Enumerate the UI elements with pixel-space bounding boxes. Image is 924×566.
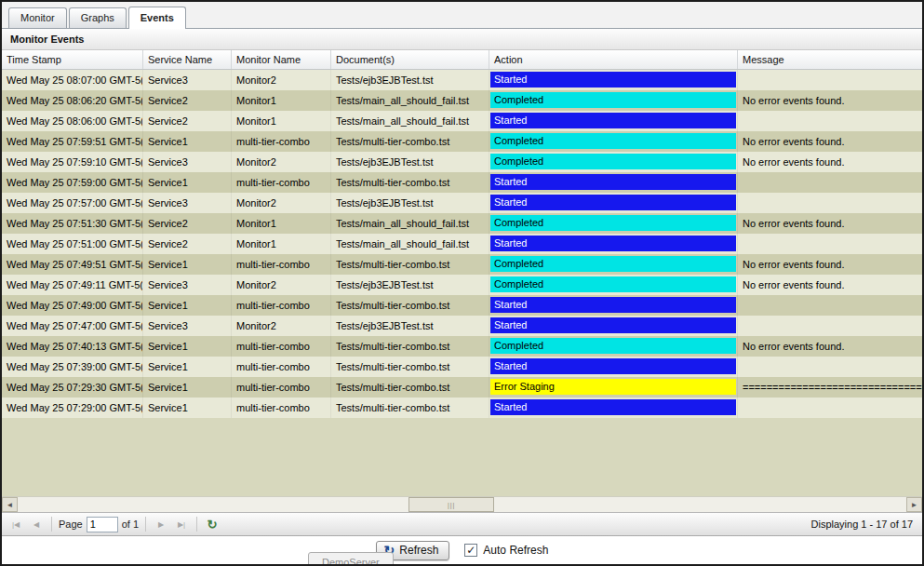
- cell-document: Tests/multi-tier-combo.tst: [331, 336, 489, 357]
- panel-title: Monitor Events: [2, 29, 922, 50]
- table-row[interactable]: Wed May 25 07:49:00 GMT-5(Service1multi-…: [2, 295, 922, 316]
- cell-time: Wed May 25 08:06:00 GMT-5(: [2, 111, 143, 131]
- cell-time: Wed May 25 07:39:00 GMT-5(: [2, 357, 143, 377]
- cell-service: Service1: [143, 336, 232, 357]
- cell-document: Tests/ejb3EJBTest.tst: [331, 316, 489, 336]
- cell-time: Wed May 25 07:40:13 GMT-5(: [2, 336, 143, 357]
- table-row[interactable]: Wed May 25 07:51:00 GMT-5(Service2Monito…: [2, 234, 922, 254]
- cell-message: No error events found.: [738, 131, 922, 152]
- cell-monitor: Monitor1: [232, 213, 331, 234]
- cell-time: Wed May 25 07:51:30 GMT-5(: [2, 213, 143, 234]
- cell-document: Tests/ejb3EJBTest.tst: [331, 193, 489, 213]
- cell-service: Service3: [143, 193, 232, 213]
- cell-monitor: multi-tier-combo: [232, 398, 331, 418]
- auto-refresh-control: ✓ Auto Refresh: [464, 544, 548, 557]
- toolbar-separator: [145, 517, 146, 532]
- scrollbar-track[interactable]: |||: [18, 497, 906, 512]
- app-window: MonitorGraphsEvents Monitor Events Time …: [0, 0, 924, 566]
- cell-monitor: multi-tier-combo: [232, 357, 331, 377]
- cell-time: Wed May 25 07:59:10 GMT-5(: [2, 152, 143, 172]
- table-row[interactable]: Wed May 25 07:49:51 GMT-5(Service1multi-…: [2, 254, 922, 275]
- table-row[interactable]: Wed May 25 07:47:00 GMT-5(Service3Monito…: [2, 316, 922, 336]
- table-row[interactable]: Wed May 25 07:59:00 GMT-5(Service1multi-…: [2, 172, 922, 193]
- tab-events[interactable]: Events: [128, 7, 186, 29]
- table-row[interactable]: Wed May 25 07:49:11 GMT-5(Service3Monito…: [2, 275, 922, 295]
- scroll-right-button[interactable]: ►: [906, 497, 922, 512]
- cell-service: Service3: [143, 70, 232, 90]
- cell-action: Started: [489, 295, 738, 316]
- cell-time: Wed May 25 07:49:51 GMT-5(: [2, 254, 143, 275]
- table-row[interactable]: Wed May 25 08:07:00 GMT-5(Service3Monito…: [2, 70, 922, 90]
- column-header-service[interactable]: Service Name: [143, 50, 232, 69]
- grid-header: Time StampService NameMonitor NameDocume…: [2, 50, 922, 70]
- cell-document: Tests/multi-tier-combo.tst: [331, 398, 489, 418]
- cell-monitor: multi-tier-combo: [232, 172, 331, 193]
- toolbar-refresh-button[interactable]: ↻: [204, 516, 221, 532]
- column-header-document[interactable]: Document(s): [331, 50, 489, 69]
- cell-document: Tests/multi-tier-combo.tst: [331, 254, 489, 275]
- tab-graphs[interactable]: Graphs: [69, 7, 127, 28]
- auto-refresh-checkbox[interactable]: ✓: [464, 544, 477, 557]
- cell-time: Wed May 25 08:06:20 GMT-5(: [2, 90, 143, 111]
- action-badge: Started: [490, 399, 736, 415]
- cell-message: No error events found.: [738, 90, 922, 111]
- page-number-input[interactable]: [87, 517, 118, 532]
- column-header-action[interactable]: Action: [489, 50, 738, 69]
- table-row[interactable]: Wed May 25 07:51:30 GMT-5(Service2Monito…: [2, 213, 922, 234]
- scroll-right-icon: ►: [911, 501, 918, 509]
- horizontal-scrollbar[interactable]: ◄ ||| ►: [2, 496, 922, 512]
- cell-time: Wed May 25 07:51:00 GMT-5(: [2, 234, 143, 254]
- cell-service: Service1: [143, 254, 232, 275]
- table-row[interactable]: Wed May 25 07:40:13 GMT-5(Service1multi-…: [2, 336, 922, 357]
- cell-document: Tests/multi-tier-combo.tst: [331, 131, 489, 152]
- cell-message: No error events found.: [738, 152, 922, 172]
- cell-service: Service3: [143, 152, 232, 172]
- cell-document: Tests/ejb3EJBTest.tst: [331, 275, 489, 295]
- cell-time: Wed May 25 07:49:11 GMT-5(: [2, 275, 143, 295]
- cell-message: [738, 357, 922, 377]
- table-row[interactable]: Wed May 25 08:06:00 GMT-5(Service2Monito…: [2, 111, 922, 131]
- cell-action: Started: [489, 111, 738, 131]
- cell-message: No error events found.: [738, 275, 922, 295]
- cell-action: Error Staging: [489, 377, 738, 398]
- column-header-message[interactable]: Message: [738, 50, 922, 69]
- auto-refresh-label: Auto Refresh: [483, 544, 548, 557]
- table-row[interactable]: Wed May 25 07:29:00 GMT-5(Service1multi-…: [2, 398, 922, 418]
- cell-action: Started: [489, 172, 738, 193]
- cell-service: Service3: [143, 316, 232, 336]
- cell-monitor: multi-tier-combo: [232, 295, 331, 316]
- cell-monitor: Monitor1: [232, 234, 331, 254]
- cell-monitor: Monitor2: [232, 70, 331, 90]
- cell-service: Service1: [143, 172, 232, 193]
- scrollbar-thumb[interactable]: |||: [408, 497, 494, 512]
- table-row[interactable]: Wed May 25 07:29:30 GMT-5(Service1multi-…: [2, 377, 922, 398]
- last-page-button[interactable]: ▶|: [173, 516, 190, 532]
- prev-page-button[interactable]: ◀: [28, 516, 45, 532]
- cell-monitor: Monitor1: [232, 111, 331, 131]
- cell-message: [738, 316, 922, 336]
- cell-time: Wed May 25 07:59:51 GMT-5(: [2, 131, 143, 152]
- column-header-monitor[interactable]: Monitor Name: [232, 50, 331, 69]
- cell-time: Wed May 25 07:47:00 GMT-5(: [2, 316, 143, 336]
- action-badge: Started: [490, 72, 736, 88]
- cell-monitor: Monitor2: [232, 316, 331, 336]
- tab-monitor[interactable]: Monitor: [8, 7, 67, 28]
- table-row[interactable]: Wed May 25 07:39:00 GMT-5(Service1multi-…: [2, 357, 922, 377]
- next-page-button[interactable]: ▶: [153, 516, 169, 532]
- scroll-left-button[interactable]: ◄: [2, 497, 18, 512]
- server-tab[interactable]: DemoServer: [308, 552, 394, 566]
- table-row[interactable]: Wed May 25 08:06:20 GMT-5(Service2Monito…: [2, 90, 922, 111]
- cell-monitor: Monitor2: [232, 152, 331, 172]
- cell-document: Tests/main_all_should_fail.tst: [331, 90, 489, 111]
- table-row[interactable]: Wed May 25 07:59:51 GMT-5(Service1multi-…: [2, 131, 922, 152]
- first-page-button[interactable]: |◀: [7, 516, 24, 532]
- table-row[interactable]: Wed May 25 07:57:00 GMT-5(Service3Monito…: [2, 193, 922, 213]
- action-badge: Started: [490, 236, 736, 251]
- column-header-time[interactable]: Time Stamp: [2, 50, 143, 69]
- cell-monitor: multi-tier-combo: [232, 377, 331, 398]
- cell-time: Wed May 25 07:49:00 GMT-5(: [2, 295, 143, 316]
- action-badge: Started: [490, 317, 736, 333]
- table-row[interactable]: Wed May 25 07:59:10 GMT-5(Service3Monito…: [2, 152, 922, 172]
- checkmark-icon: ✓: [466, 545, 475, 556]
- cell-message: ========================================…: [738, 377, 922, 398]
